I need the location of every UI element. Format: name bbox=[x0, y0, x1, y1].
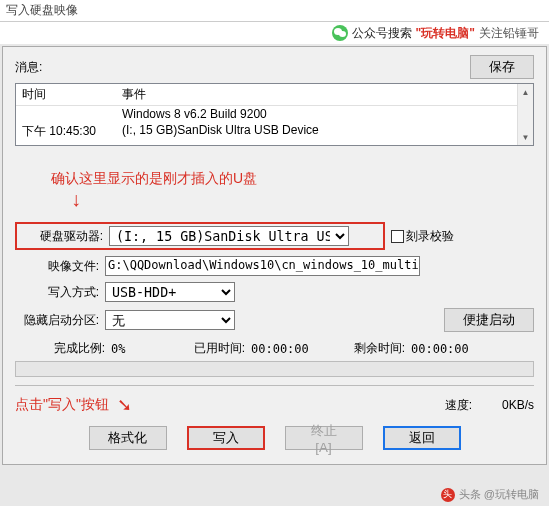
abort-button: 终止[A] bbox=[285, 426, 363, 450]
watermark-footer: 头 头条 @玩转电脑 bbox=[441, 487, 539, 502]
image-path-field[interactable]: G:\QQDownload\Windows10\cn_windows_10_mu… bbox=[105, 256, 420, 276]
elapsed-value: 00:00:00 bbox=[245, 342, 335, 356]
banner-brand-text: "玩转电脑" bbox=[416, 25, 475, 42]
scroll-down-icon[interactable]: ▼ bbox=[518, 129, 533, 145]
col-header-time: 时间 bbox=[16, 84, 116, 105]
list-row: 下午 10:45:30 (I:, 15 GB)SanDisk Ultra USB… bbox=[16, 122, 533, 141]
verify-checkbox-label: 刻录校验 bbox=[406, 228, 454, 245]
window-title: 写入硬盘映像 bbox=[6, 2, 78, 19]
toutiao-icon: 头 bbox=[441, 488, 455, 502]
wechat-icon bbox=[332, 25, 348, 41]
progress-bar bbox=[15, 361, 534, 377]
scroll-up-icon[interactable]: ▲ bbox=[518, 84, 533, 100]
row-hidden: 隐藏启动分区: 无 便捷启动 bbox=[15, 308, 534, 332]
save-button[interactable]: 保存 bbox=[470, 55, 534, 79]
banner-search-text: 公众号搜索 bbox=[352, 25, 412, 42]
vertical-scrollbar[interactable]: ▲ ▼ bbox=[517, 84, 533, 145]
hidden-partition-select[interactable]: 无 bbox=[105, 310, 235, 330]
portable-boot-button[interactable]: 便捷启动 bbox=[444, 308, 534, 332]
percent-value: 0% bbox=[105, 342, 175, 356]
banner-follow-text: 关注铅锤哥 bbox=[479, 25, 539, 42]
percent-label: 完成比例: bbox=[15, 340, 105, 357]
row-drive: 硬盘驱动器: (I:, 15 GB)SanDisk Ultra USB Devi… bbox=[15, 222, 534, 250]
drive-label: 硬盘驱动器: bbox=[19, 228, 109, 245]
image-label: 映像文件: bbox=[15, 258, 105, 275]
row-image: 映像文件: G:\QQDownload\Windows10\cn_windows… bbox=[15, 256, 534, 276]
annotation-confirm-usb: 确认这里显示的是刚才插入的U盘 ↓ bbox=[51, 170, 534, 188]
method-label: 写入方式: bbox=[15, 284, 105, 301]
list-header: 时间 事件 bbox=[16, 84, 533, 106]
button-row: 格式化 写入 终止[A] 返回 bbox=[15, 426, 534, 450]
message-label: 消息: bbox=[15, 59, 42, 76]
top-banner: 公众号搜索 "玩转电脑" 关注铅锤哥 bbox=[0, 22, 549, 44]
annotation-click-write: 点击"写入"按钮 ➘ bbox=[15, 394, 132, 416]
format-button[interactable]: 格式化 bbox=[89, 426, 167, 450]
write-method-select[interactable]: USB-HDD+ bbox=[105, 282, 235, 302]
arrow-right-icon: ➘ bbox=[117, 394, 132, 416]
list-row: Windows 8 v6.2 Build 9200 bbox=[16, 106, 533, 122]
dialog-body: 消息: 保存 时间 事件 Windows 8 v6.2 Build 9200 下… bbox=[2, 46, 547, 465]
hidden-label: 隐藏启动分区: bbox=[15, 312, 105, 329]
cell-event: (I:, 15 GB)SanDisk Ultra USB Device bbox=[116, 122, 533, 141]
back-button[interactable]: 返回 bbox=[383, 426, 461, 450]
row-method: 写入方式: USB-HDD+ bbox=[15, 282, 534, 302]
cell-event: Windows 8 v6.2 Build 9200 bbox=[116, 106, 533, 122]
remain-value: 00:00:00 bbox=[405, 342, 469, 356]
col-header-event: 事件 bbox=[116, 84, 533, 105]
cell-time: 下午 10:45:30 bbox=[16, 122, 116, 141]
elapsed-label: 已用时间: bbox=[175, 340, 245, 357]
speed-label: 速度: bbox=[445, 397, 472, 414]
verify-checkbox[interactable] bbox=[391, 230, 404, 243]
speed-value: 0KB/s bbox=[502, 398, 534, 412]
watermark-text: 头条 @玩转电脑 bbox=[459, 487, 539, 502]
write-button[interactable]: 写入 bbox=[187, 426, 265, 450]
titlebar: 写入硬盘映像 bbox=[0, 0, 549, 22]
row-progress: 完成比例: 0% 已用时间: 00:00:00 剩余时间: 00:00:00 bbox=[15, 340, 534, 357]
message-listbox[interactable]: 时间 事件 Windows 8 v6.2 Build 9200 下午 10:45… bbox=[15, 83, 534, 146]
arrow-down-icon: ↓ bbox=[71, 188, 81, 211]
remain-label: 剩余时间: bbox=[335, 340, 405, 357]
verify-checkbox-wrap[interactable]: 刻录校验 bbox=[391, 228, 454, 245]
drive-select[interactable]: (I:, 15 GB)SanDisk Ultra USB Device bbox=[109, 226, 349, 246]
divider bbox=[15, 385, 534, 386]
